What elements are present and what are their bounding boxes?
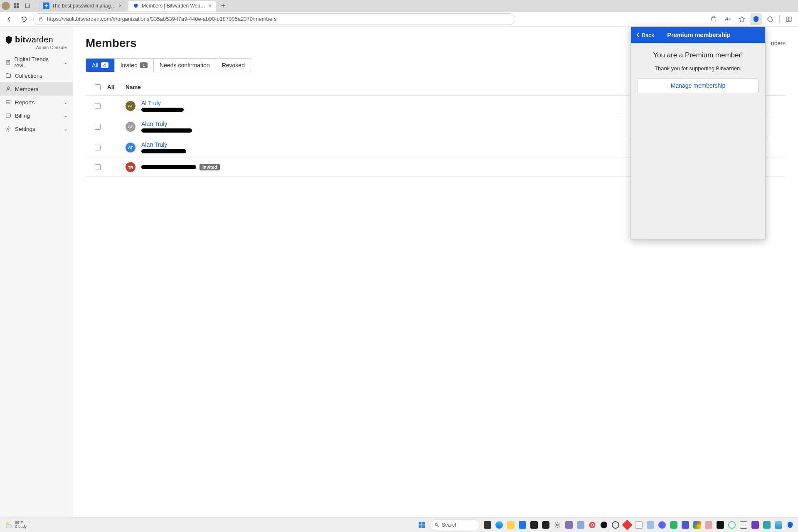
- refresh-button[interactable]: [18, 13, 30, 25]
- svg-rect-0: [14, 3, 16, 5]
- back-button[interactable]: [3, 13, 15, 25]
- filter-tabs: All 4 Invited 1 Needs confirmation Revok…: [86, 58, 251, 72]
- sidebar-item-org[interactable]: Digital Trends revi… ⌄: [0, 56, 73, 69]
- edge-icon[interactable]: [495, 521, 503, 529]
- gear-icon[interactable]: [554, 521, 561, 529]
- mail-icon[interactable]: [740, 521, 747, 529]
- member-name-link[interactable]: Al Truly: [141, 100, 184, 106]
- text-size-icon[interactable]: AA: [722, 13, 734, 25]
- svg-rect-16: [422, 522, 425, 525]
- favorite-star-icon[interactable]: [736, 13, 748, 25]
- app-icon[interactable]: [751, 521, 759, 529]
- start-icon[interactable]: [418, 521, 426, 529]
- invited-badge: Invited: [200, 164, 220, 170]
- sidebar-item-collections[interactable]: Collections: [0, 69, 73, 82]
- weather-temp: 66°F: [15, 521, 27, 525]
- profile-avatar-icon[interactable]: [2, 2, 10, 10]
- workspaces-icon[interactable]: [12, 2, 21, 10]
- app-icon[interactable]: [705, 521, 712, 529]
- search-placeholder: Search: [442, 522, 458, 528]
- discord-icon[interactable]: [658, 521, 666, 529]
- bitwarden-extension-icon[interactable]: [750, 13, 762, 25]
- filter-tab-revoked[interactable]: Revoked: [216, 59, 251, 72]
- filter-tab-invited[interactable]: Invited 1: [115, 59, 154, 72]
- member-name-link[interactable]: Alan Truly: [141, 121, 192, 127]
- browser-tab-0[interactable]: The best password managers for ×: [39, 1, 126, 11]
- svg-rect-8: [789, 17, 791, 21]
- terminal-icon[interactable]: [530, 521, 538, 529]
- svg-point-11: [7, 87, 9, 89]
- sidebar: bitwarden Admin Console Digital Trends r…: [0, 27, 73, 517]
- taskbar-search[interactable]: Search: [430, 520, 480, 530]
- browser-tab-1[interactable]: Members | Bitwarden Web vault ×: [128, 1, 216, 11]
- manage-membership-button[interactable]: Manage membership: [638, 78, 759, 93]
- taskbar[interactable]: 66°F Cloudy Search: [0, 517, 798, 532]
- photos-icon[interactable]: [647, 521, 654, 529]
- svg-point-20: [557, 524, 559, 526]
- weather-widget[interactable]: 66°F Cloudy: [15, 521, 27, 529]
- url-bar[interactable]: https://vault.bitwarden.com/#/organizati…: [33, 13, 515, 25]
- extension-header: Back Premium membership: [631, 27, 765, 43]
- new-tab-button[interactable]: +: [218, 1, 228, 11]
- redacted-email: [141, 108, 184, 112]
- sidebar-item-reports[interactable]: Reports ⌄: [0, 96, 73, 109]
- tab-close-icon[interactable]: ×: [119, 3, 122, 9]
- chrome-icon[interactable]: [589, 521, 596, 529]
- shield-icon: [5, 36, 12, 44]
- svg-point-24: [601, 521, 608, 528]
- premium-header: You are a Premium member!: [638, 51, 759, 59]
- tab-actions-icon[interactable]: [23, 2, 32, 10]
- sidebar-item-label: Collections: [15, 73, 42, 79]
- row-checkbox[interactable]: [95, 103, 101, 109]
- app-icon[interactable]: [717, 521, 724, 529]
- steam-icon[interactable]: [600, 521, 608, 529]
- store-icon[interactable]: [519, 521, 526, 529]
- app-icon[interactable]: [565, 521, 573, 529]
- svg-rect-17: [419, 525, 422, 528]
- circle-icon[interactable]: [612, 521, 619, 529]
- filter-tab-label: All: [92, 62, 99, 69]
- header-name[interactable]: Name: [126, 84, 642, 90]
- folder-icon: [5, 72, 12, 79]
- bitwarden-icon[interactable]: [786, 521, 794, 529]
- teams-icon[interactable]: [682, 521, 689, 529]
- file-icon[interactable]: [635, 521, 643, 529]
- member-name-link[interactable]: Alan Truly: [141, 141, 186, 148]
- app-icon[interactable]: [693, 521, 701, 529]
- row-checkbox[interactable]: [95, 164, 101, 170]
- separator: [779, 15, 780, 23]
- select-all-checkbox[interactable]: [95, 84, 101, 90]
- app-icon[interactable]: [577, 521, 584, 529]
- building-icon: [5, 59, 11, 66]
- sidebar-item-settings[interactable]: Settings ⌄: [0, 122, 73, 135]
- filter-tab-all[interactable]: All 4: [86, 59, 115, 72]
- shopping-icon[interactable]: [708, 13, 719, 25]
- row-checkbox[interactable]: [95, 145, 101, 150]
- taskview-icon[interactable]: [484, 521, 491, 529]
- tab-close-icon[interactable]: ×: [209, 3, 212, 9]
- filter-tab-label: Revoked: [222, 62, 245, 69]
- covered-header-text: nbers: [771, 40, 786, 47]
- header-all[interactable]: All: [107, 84, 126, 90]
- whatsapp-icon[interactable]: [728, 521, 736, 529]
- sidebar-item-label: Members: [15, 86, 38, 92]
- app-icon[interactable]: [775, 521, 782, 529]
- search-icon: [434, 522, 439, 527]
- filter-tab-needs[interactable]: Needs confirmation: [154, 59, 216, 72]
- chevron-down-icon: ⌄: [64, 99, 68, 105]
- app-icon[interactable]: [763, 521, 771, 529]
- split-screen-icon[interactable]: [783, 13, 795, 25]
- nav-right-cluster: AA: [708, 13, 795, 25]
- extensions-icon[interactable]: [764, 13, 776, 25]
- tab-favicon-icon: [133, 2, 139, 9]
- diamond-icon[interactable]: [622, 520, 632, 530]
- weather-icon[interactable]: [4, 520, 13, 530]
- app-icon[interactable]: [542, 521, 549, 529]
- app-icon[interactable]: [670, 521, 677, 529]
- sidebar-item-billing[interactable]: Billing ⌄: [0, 109, 73, 122]
- sidebar-item-members[interactable]: Members: [0, 82, 73, 96]
- list-icon: [5, 99, 12, 106]
- explorer-icon[interactable]: [507, 521, 515, 529]
- row-checkbox[interactable]: [95, 124, 101, 130]
- logo[interactable]: bitwarden: [0, 32, 73, 44]
